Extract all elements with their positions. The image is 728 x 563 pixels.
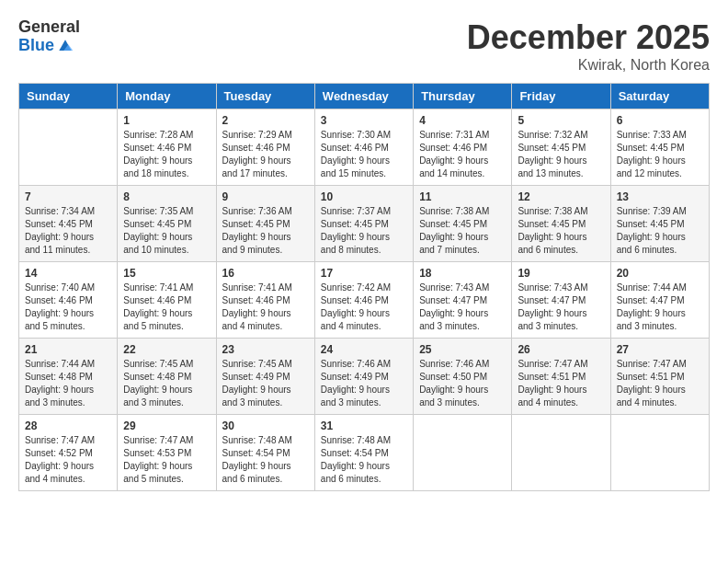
day-info: Sunrise: 7:41 AMSunset: 4:46 PMDaylight:… bbox=[222, 282, 309, 333]
calendar-cell: 10Sunrise: 7:37 AMSunset: 4:45 PMDayligh… bbox=[314, 186, 413, 262]
day-number: 2 bbox=[222, 114, 309, 127]
day-number: 20 bbox=[617, 267, 703, 280]
calendar-cell bbox=[414, 415, 512, 491]
day-number: 16 bbox=[222, 267, 309, 280]
day-info: Sunrise: 7:47 AMSunset: 4:53 PMDaylight:… bbox=[123, 434, 210, 486]
page-header: General Blue December 2025 Kwirak, North… bbox=[18, 18, 710, 74]
calendar-cell: 12Sunrise: 7:38 AMSunset: 4:45 PMDayligh… bbox=[512, 186, 610, 262]
calendar-cell: 7Sunrise: 7:34 AMSunset: 4:45 PMDaylight… bbox=[19, 186, 118, 262]
day-number: 22 bbox=[123, 343, 210, 356]
day-number: 17 bbox=[321, 267, 407, 280]
location: Kwirak, North Korea bbox=[467, 57, 710, 74]
calendar-cell: 8Sunrise: 7:35 AMSunset: 4:45 PMDaylight… bbox=[118, 186, 216, 262]
calendar-cell: 1Sunrise: 7:28 AMSunset: 4:46 PMDaylight… bbox=[118, 109, 216, 186]
calendar-cell: 17Sunrise: 7:42 AMSunset: 4:46 PMDayligh… bbox=[314, 262, 413, 339]
day-number: 7 bbox=[25, 190, 111, 203]
calendar-cell: 30Sunrise: 7:48 AMSunset: 4:54 PMDayligh… bbox=[216, 415, 314, 491]
day-number: 25 bbox=[419, 343, 506, 356]
calendar-week-row: 1Sunrise: 7:28 AMSunset: 4:46 PMDaylight… bbox=[19, 109, 710, 186]
day-info: Sunrise: 7:32 AMSunset: 4:45 PMDaylight:… bbox=[518, 129, 604, 180]
calendar-cell: 9Sunrise: 7:36 AMSunset: 4:45 PMDaylight… bbox=[216, 186, 314, 262]
calendar-cell: 23Sunrise: 7:45 AMSunset: 4:49 PMDayligh… bbox=[216, 339, 314, 415]
calendar-cell: 2Sunrise: 7:29 AMSunset: 4:46 PMDaylight… bbox=[216, 109, 314, 186]
day-info: Sunrise: 7:46 AMSunset: 4:49 PMDaylight:… bbox=[321, 358, 407, 409]
day-number: 27 bbox=[617, 343, 703, 356]
header-thursday: Thursday bbox=[414, 84, 512, 109]
day-info: Sunrise: 7:44 AMSunset: 4:47 PMDaylight:… bbox=[617, 282, 703, 333]
day-info: Sunrise: 7:38 AMSunset: 4:45 PMDaylight:… bbox=[419, 205, 506, 257]
day-info: Sunrise: 7:39 AMSunset: 4:45 PMDaylight:… bbox=[617, 205, 703, 257]
day-number: 19 bbox=[518, 267, 604, 280]
calendar-cell: 25Sunrise: 7:46 AMSunset: 4:50 PMDayligh… bbox=[414, 339, 512, 415]
day-number: 26 bbox=[518, 343, 604, 356]
day-number: 6 bbox=[617, 114, 703, 127]
day-info: Sunrise: 7:37 AMSunset: 4:45 PMDaylight:… bbox=[321, 205, 407, 257]
day-info: Sunrise: 7:43 AMSunset: 4:47 PMDaylight:… bbox=[518, 282, 604, 333]
calendar-week-row: 14Sunrise: 7:40 AMSunset: 4:46 PMDayligh… bbox=[19, 262, 710, 339]
logo-general: General bbox=[18, 18, 80, 37]
calendar-cell: 11Sunrise: 7:38 AMSunset: 4:45 PMDayligh… bbox=[414, 186, 512, 262]
day-info: Sunrise: 7:31 AMSunset: 4:46 PMDaylight:… bbox=[419, 129, 506, 180]
calendar-cell: 3Sunrise: 7:30 AMSunset: 4:46 PMDaylight… bbox=[314, 109, 413, 186]
day-number: 24 bbox=[321, 343, 407, 356]
day-number: 31 bbox=[321, 419, 407, 432]
day-info: Sunrise: 7:45 AMSunset: 4:48 PMDaylight:… bbox=[123, 358, 210, 409]
calendar-cell: 31Sunrise: 7:48 AMSunset: 4:54 PMDayligh… bbox=[314, 415, 413, 491]
title-block: December 2025 Kwirak, North Korea bbox=[467, 18, 710, 74]
day-number: 15 bbox=[123, 267, 210, 280]
calendar-week-row: 28Sunrise: 7:47 AMSunset: 4:52 PMDayligh… bbox=[19, 415, 710, 491]
calendar: SundayMondayTuesdayWednesdayThursdayFrid… bbox=[18, 83, 710, 491]
calendar-cell: 5Sunrise: 7:32 AMSunset: 4:45 PMDaylight… bbox=[512, 109, 610, 186]
calendar-cell: 21Sunrise: 7:44 AMSunset: 4:48 PMDayligh… bbox=[19, 339, 118, 415]
day-number: 13 bbox=[617, 190, 703, 203]
day-info: Sunrise: 7:41 AMSunset: 4:46 PMDaylight:… bbox=[123, 282, 210, 333]
day-info: Sunrise: 7:33 AMSunset: 4:45 PMDaylight:… bbox=[617, 129, 703, 180]
day-info: Sunrise: 7:46 AMSunset: 4:50 PMDaylight:… bbox=[419, 358, 506, 409]
calendar-cell: 26Sunrise: 7:47 AMSunset: 4:51 PMDayligh… bbox=[512, 339, 610, 415]
month-title: December 2025 bbox=[467, 18, 710, 57]
logo: General Blue bbox=[18, 18, 80, 55]
calendar-cell: 13Sunrise: 7:39 AMSunset: 4:45 PMDayligh… bbox=[610, 186, 709, 262]
calendar-cell: 27Sunrise: 7:47 AMSunset: 4:51 PMDayligh… bbox=[610, 339, 709, 415]
day-number: 8 bbox=[123, 190, 210, 203]
calendar-cell bbox=[610, 415, 709, 491]
day-info: Sunrise: 7:40 AMSunset: 4:46 PMDaylight:… bbox=[25, 282, 111, 333]
calendar-cell: 6Sunrise: 7:33 AMSunset: 4:45 PMDaylight… bbox=[610, 109, 709, 186]
day-info: Sunrise: 7:29 AMSunset: 4:46 PMDaylight:… bbox=[222, 129, 309, 180]
calendar-header-row: SundayMondayTuesdayWednesdayThursdayFrid… bbox=[19, 84, 710, 109]
day-number: 9 bbox=[222, 190, 309, 203]
day-number: 3 bbox=[321, 114, 407, 127]
logo-blue: Blue bbox=[18, 37, 54, 55]
calendar-cell: 22Sunrise: 7:45 AMSunset: 4:48 PMDayligh… bbox=[118, 339, 216, 415]
calendar-cell: 15Sunrise: 7:41 AMSunset: 4:46 PMDayligh… bbox=[118, 262, 216, 339]
day-info: Sunrise: 7:47 AMSunset: 4:51 PMDaylight:… bbox=[617, 358, 703, 409]
calendar-cell bbox=[19, 109, 118, 186]
day-info: Sunrise: 7:48 AMSunset: 4:54 PMDaylight:… bbox=[222, 434, 309, 486]
calendar-cell bbox=[512, 415, 610, 491]
header-sunday: Sunday bbox=[19, 84, 118, 109]
calendar-cell: 14Sunrise: 7:40 AMSunset: 4:46 PMDayligh… bbox=[19, 262, 118, 339]
calendar-cell: 24Sunrise: 7:46 AMSunset: 4:49 PMDayligh… bbox=[314, 339, 413, 415]
day-info: Sunrise: 7:44 AMSunset: 4:48 PMDaylight:… bbox=[25, 358, 111, 409]
calendar-cell: 20Sunrise: 7:44 AMSunset: 4:47 PMDayligh… bbox=[610, 262, 709, 339]
calendar-cell: 4Sunrise: 7:31 AMSunset: 4:46 PMDaylight… bbox=[414, 109, 512, 186]
day-info: Sunrise: 7:45 AMSunset: 4:49 PMDaylight:… bbox=[222, 358, 309, 409]
calendar-cell: 29Sunrise: 7:47 AMSunset: 4:53 PMDayligh… bbox=[118, 415, 216, 491]
calendar-cell: 19Sunrise: 7:43 AMSunset: 4:47 PMDayligh… bbox=[512, 262, 610, 339]
day-number: 30 bbox=[222, 419, 309, 432]
day-number: 29 bbox=[123, 419, 210, 432]
day-info: Sunrise: 7:34 AMSunset: 4:45 PMDaylight:… bbox=[25, 205, 111, 257]
calendar-cell: 18Sunrise: 7:43 AMSunset: 4:47 PMDayligh… bbox=[414, 262, 512, 339]
day-number: 21 bbox=[25, 343, 111, 356]
day-info: Sunrise: 7:30 AMSunset: 4:46 PMDaylight:… bbox=[321, 129, 407, 180]
day-number: 10 bbox=[321, 190, 407, 203]
day-number: 11 bbox=[419, 190, 506, 203]
day-number: 23 bbox=[222, 343, 309, 356]
header-wednesday: Wednesday bbox=[314, 84, 413, 109]
calendar-cell: 16Sunrise: 7:41 AMSunset: 4:46 PMDayligh… bbox=[216, 262, 314, 339]
day-info: Sunrise: 7:47 AMSunset: 4:51 PMDaylight:… bbox=[518, 358, 604, 409]
day-number: 28 bbox=[25, 419, 111, 432]
header-monday: Monday bbox=[118, 84, 216, 109]
day-number: 12 bbox=[518, 190, 604, 203]
day-number: 4 bbox=[419, 114, 506, 127]
